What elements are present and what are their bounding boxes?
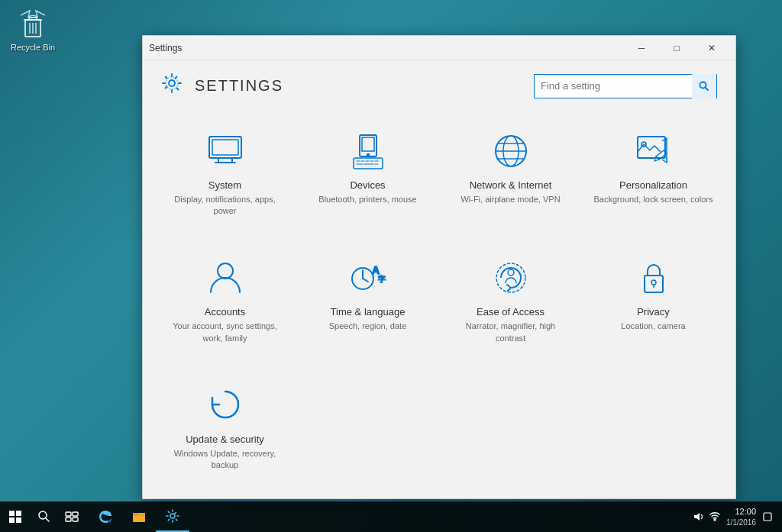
network-tray-icon[interactable] [709, 511, 720, 522]
svg-rect-26 [73, 517, 78, 521]
accounts-name: Accounts [205, 306, 245, 318]
notification-icon[interactable] [762, 511, 773, 522]
personalization-desc: Background, lock screen, colors [594, 194, 713, 205]
privacy-icon [631, 256, 677, 298]
svg-rect-30 [764, 513, 771, 521]
title-bar: Settings ─ □ ✕ [143, 36, 735, 60]
svg-point-3 [700, 82, 706, 88]
recycle-bin-icon[interactable]: Recycle Bin [6, 6, 60, 56]
settings-taskbar-icon[interactable] [156, 501, 189, 532]
maximize-button[interactable]: □ [659, 36, 694, 60]
network-desc: Wi-Fi, airplane mode, VPN [460, 194, 560, 205]
time-language-name: Time & language [331, 306, 406, 318]
personalization-icon [631, 130, 677, 172]
svg-rect-5 [212, 140, 238, 155]
svg-point-21 [651, 280, 656, 285]
search-input[interactable] [535, 80, 692, 92]
start-button[interactable] [0, 501, 31, 532]
ease-of-access-desc: Narrator, magnifier, high contrast [450, 321, 571, 344]
volume-icon[interactable] [693, 511, 703, 522]
svg-point-14 [218, 263, 233, 279]
system-name: System [208, 179, 241, 191]
file-explorer-icon[interactable] [122, 501, 156, 532]
svg-rect-25 [66, 517, 71, 521]
settings-item-system[interactable]: System Display, notifications, apps, pow… [155, 114, 295, 238]
svg-rect-24 [73, 512, 78, 516]
windows-logo-icon [9, 511, 21, 523]
task-view-button[interactable] [58, 501, 86, 532]
settings-item-devices[interactable]: Devices Bluetooth, printers, mouse [298, 114, 438, 238]
clock-time: 12:00 [726, 506, 756, 517]
time-language-icon: A 字 [345, 256, 391, 298]
svg-rect-9 [354, 158, 383, 169]
settings-grid: System Display, notifications, apps, pow… [143, 108, 735, 498]
settings-gear-icon [161, 73, 183, 99]
svg-point-29 [714, 519, 716, 521]
svg-point-1 [169, 80, 175, 86]
network-icon [488, 130, 534, 172]
settings-item-ease-of-access[interactable]: Ease of Access Narrator, magnifier, high… [441, 241, 580, 365]
settings-header: SETTINGS [143, 60, 735, 108]
svg-point-19 [508, 269, 514, 276]
settings-item-time-language[interactable]: A 字 Time & language Speech, region, date [298, 241, 438, 365]
taskbar-search-button[interactable] [31, 501, 58, 532]
system-icon [202, 130, 248, 172]
settings-item-privacy[interactable]: Privacy Location, camera [583, 241, 723, 365]
ease-of-access-name: Ease of Access [477, 306, 544, 318]
system-tray: 12:00 1/1/2016 [693, 506, 782, 527]
system-clock[interactable]: 12:00 1/1/2016 [726, 506, 756, 527]
update-security-desc: Windows Update, recovery, backup [164, 448, 286, 472]
privacy-desc: Location, camera [621, 321, 685, 332]
time-language-desc: Speech, region, date [329, 321, 407, 332]
settings-item-network[interactable]: Network & Internet Wi-Fi, airplane mode,… [441, 114, 580, 238]
update-security-name: Update & security [186, 434, 264, 445]
svg-rect-20 [645, 276, 663, 292]
privacy-name: Privacy [637, 306, 670, 318]
taskbar-pinned-apps [86, 501, 192, 532]
network-name: Network & Internet [470, 179, 552, 191]
update-security-icon [202, 384, 248, 426]
accounts-desc: Your account, sync settings, work, famil… [164, 321, 286, 344]
devices-icon [345, 130, 391, 172]
svg-rect-23 [66, 512, 71, 516]
svg-text:字: 字 [378, 275, 386, 283]
recycle-bin-label: Recycle Bin [11, 43, 55, 53]
settings-window: Settings ─ □ ✕ SETTINGS [142, 35, 736, 499]
svg-rect-7 [362, 137, 374, 151]
clock-date: 1/1/2016 [726, 517, 756, 527]
minimize-button[interactable]: ─ [624, 36, 659, 60]
system-desc: Display, notifications, apps, power [164, 194, 286, 218]
settings-title: SETTINGS [195, 77, 283, 95]
svg-point-28 [170, 514, 175, 518]
edge-icon[interactable] [89, 501, 122, 532]
svg-point-2 [166, 77, 178, 89]
title-bar-text: Settings [149, 43, 624, 53]
settings-item-personalization[interactable]: Personalization Background, lock screen,… [583, 114, 723, 238]
search-button[interactable] [692, 74, 716, 98]
desktop: Recycle Bin Settings ─ □ ✕ SETTINGS [0, 0, 782, 532]
settings-item-accounts[interactable]: Accounts Your account, sync settings, wo… [155, 241, 295, 365]
ease-of-access-icon [488, 256, 534, 298]
devices-name: Devices [350, 179, 385, 191]
search-bar [534, 74, 717, 98]
accounts-icon [202, 256, 248, 298]
title-bar-controls: ─ □ ✕ [624, 36, 729, 60]
svg-point-8 [367, 153, 369, 156]
personalization-name: Personalization [619, 179, 687, 191]
close-button[interactable]: ✕ [694, 36, 729, 60]
devices-desc: Bluetooth, printers, mouse [318, 194, 416, 205]
taskbar: 12:00 1/1/2016 [0, 501, 782, 532]
settings-item-update-security[interactable]: Update & security Windows Update, recove… [155, 369, 295, 492]
